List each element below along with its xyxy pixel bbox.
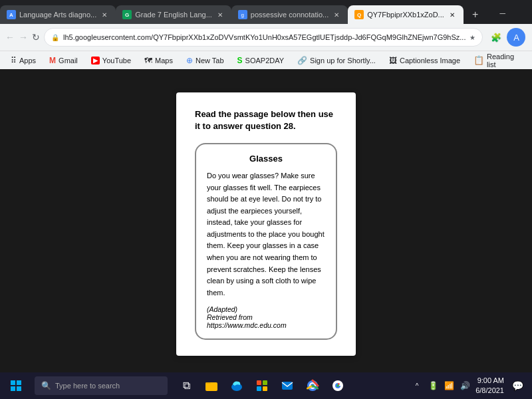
tab-close-btn[interactable]: ✕ [448,10,457,19]
store-icon [255,379,269,392]
tab-possessive[interactable]: g possessive connotatio... ✕ [231,5,348,24]
soap2day-icon: S [237,56,243,65]
edge-browser-button[interactable] [226,375,247,396]
window-controls: ─ □ ✕ [487,4,532,24]
bookmark-shortly[interactable]: 🔗 Sign up for Shortly... [292,55,381,66]
tab-grade7[interactable]: G Grade 7 English Lang... ✕ [116,5,231,24]
reload-button[interactable]: ↻ [32,28,40,47]
gmail-icon: M [49,56,56,65]
attribution-adapted: (Adapted) [207,305,237,313]
bookmark-maps[interactable]: 🗺 Maps [139,55,178,66]
tab-label: QY7FbpiprXXb1xZoD... [367,11,444,19]
bookmark-label: New Tab [196,57,224,65]
mail-button[interactable] [277,375,298,396]
mail-icon [281,379,294,392]
doc-body: Do you wear glasses? Make sure your glas… [207,170,325,299]
maps-icon: 🗺 [144,56,152,65]
svg-rect-4 [257,386,261,391]
forward-button[interactable]: → [19,28,28,47]
notification-button[interactable]: 💬 [508,376,527,395]
svg-point-11 [336,384,339,387]
apps-icon: ⠿ [11,56,17,65]
bookmark-label: Apps [19,57,36,65]
bookmarks-bar: ⠿ Apps M Gmail ▶ YouTube 🗺 Maps ⊕ New Ta… [0,51,532,69]
tray-icons: ^ 🔋 📶 🔊 [410,379,471,392]
back-button[interactable]: ← [5,28,15,47]
doc-attribution: (Adapted) Retrieved from https://www.mdc… [207,305,325,329]
tab-close-btn[interactable]: ✕ [215,10,225,19]
taskbar-center-icons: ⧉ [176,375,348,396]
taskbar-search[interactable]: 🔍 Type here to search [35,376,168,395]
bookmark-label: Captionless Image [400,57,460,65]
shortly-icon: 🔗 [297,56,307,65]
bookmark-captionless[interactable]: 🖼 Captionless Image [384,55,466,66]
bookmark-label: Sign up for Shortly... [310,57,376,65]
svg-rect-2 [257,380,261,385]
start-button[interactable] [0,372,32,399]
clock-date: 6/8/2021 [475,386,504,396]
reading-list-label: Reading list [487,53,521,68]
bookmark-label: Maps [155,57,173,65]
bookmark-apps[interactable]: ⠿ Apps [5,55,41,66]
bookmark-youtube[interactable]: ▶ YouTube [86,55,136,66]
extensions-button[interactable]: 🧩 [487,28,505,47]
bookmark-label: YouTube [102,57,131,65]
tab-qy7[interactable]: Q QY7FbpiprXXb1xZoD... ✕ [348,5,464,24]
tab-language-arts[interactable]: A Language Arts diagno... ✕ [0,5,116,24]
bookmark-soap2day[interactable]: S SOAP2DAY [232,55,290,66]
tab-bar: A Language Arts diagno... ✕ G Grade 7 En… [0,5,487,24]
tray-chevron[interactable]: ^ [410,379,424,392]
url-text: lh5.googleusercontent.com/QY7FbpiprXXb1x… [63,33,466,41]
tray-volume[interactable]: 🔊 [458,379,471,392]
attribution-source: Retrieved from https://www.mdc.edu.com [207,313,287,329]
youtube-icon: ▶ [91,57,100,65]
google-button[interactable] [327,375,348,396]
doc-title: Glasses [207,154,325,164]
doc-instruction: Read the passage below then use it to an… [195,108,337,132]
profile-button[interactable]: A [507,28,525,47]
svg-rect-3 [263,380,267,385]
toolbar: ← → ↻ 🔒 lh5.googleusercontent.com/QY7Fbp… [0,24,532,51]
tray-network[interactable]: 📶 [442,379,456,392]
chrome-icon [306,379,319,392]
toolbar-actions: 🧩 A ⋮ [487,28,532,47]
address-bar[interactable]: 🔒 lh5.googleusercontent.com/QY7FbpiprXXb… [44,28,483,47]
store-button[interactable] [251,375,273,396]
tab-close-btn[interactable]: ✕ [332,10,341,19]
system-tray: ^ 🔋 📶 🔊 9:00 AM 6/8/2021 💬 [410,376,532,396]
tab-close-btn[interactable]: ✕ [100,10,109,19]
doc-passage: Glasses Do you wear glasses? Make sure y… [195,143,337,340]
tab-label: Grade 7 English Lang... [135,11,212,19]
reading-list-icon: 📋 [473,55,484,65]
edge-icon [230,379,243,392]
tab-label: possessive connotatio... [251,11,329,19]
task-view-button[interactable]: ⧉ [176,375,197,396]
folder-icon [205,379,218,392]
bookmark-newtab[interactable]: ⊕ New Tab [181,55,229,66]
page-content: Read the passage below then use it to an… [0,69,532,379]
minimize-button[interactable]: ─ [487,4,518,23]
windows-logo-icon [11,380,21,391]
reading-list-button[interactable]: 📋 Reading list [468,51,527,70]
browser-window: A Language Arts diagno... ✕ G Grade 7 En… [0,0,532,379]
svg-rect-6 [282,382,293,390]
taskbar: 🔍 Type here to search ⧉ [0,372,532,399]
chrome-button[interactable] [302,375,323,396]
tab-label: Language Arts diagno... [19,11,96,19]
maximize-button[interactable]: □ [519,4,532,23]
search-icon: 🔍 [41,381,51,390]
google-icon [331,379,344,392]
svg-rect-5 [263,386,267,391]
bookmark-gmail[interactable]: M Gmail [44,55,83,66]
bookmark-label: SOAP2DAY [245,57,285,65]
search-placeholder: Type here to search [55,382,120,390]
new-tab-button[interactable]: + [466,5,485,24]
bookmark-label: Gmail [59,57,78,65]
newtab-icon: ⊕ [186,56,193,65]
file-explorer-button[interactable] [201,375,222,396]
captionless-icon: 🖼 [389,56,397,65]
menu-button[interactable]: ⋮ [527,28,532,47]
system-clock[interactable]: 9:00 AM 6/8/2021 [475,376,504,396]
clock-time: 9:00 AM [475,376,504,386]
tray-battery[interactable]: 🔋 [426,379,440,392]
